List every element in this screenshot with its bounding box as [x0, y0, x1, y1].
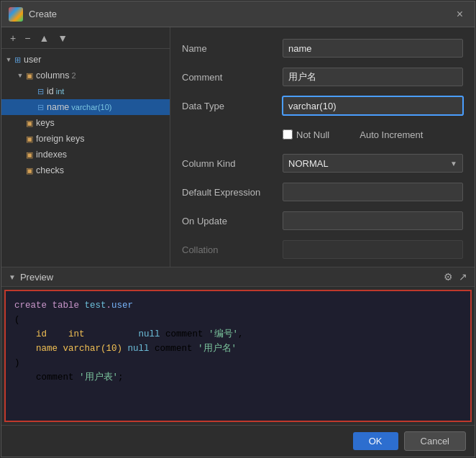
tree-label-id: id [47, 86, 54, 96]
code-line-6: ) [14, 356, 462, 370]
name-input[interactable] [283, 39, 463, 58]
tree-arrow-user: ▼ [4, 56, 13, 63]
defaultexpr-row: Default Expression [182, 183, 463, 201]
defaultexpr-input[interactable] [283, 183, 463, 201]
preview-panel: ▼ Preview ⚙ ↗ create table test.user ( i… [1, 267, 475, 425]
app-icon [9, 7, 23, 22]
collation-row: Collation [182, 240, 463, 259]
tree-label-checks: checks [36, 165, 64, 175]
column-id-icon: ⊟ [37, 87, 44, 96]
tree-toolbar: + − ▲ ▼ [1, 27, 170, 49]
columnkind-select-wrapper: NORMAL STORED VIRTUAL ▼ [283, 154, 463, 173]
collation-label: Collation [182, 244, 283, 255]
preview-header: ▼ Preview ⚙ ↗ [1, 267, 475, 287]
preview-collapse-arrow[interactable]: ▼ [9, 273, 16, 281]
tree-label-name: name [47, 102, 69, 112]
code-line-4: id int null comment '编号', [14, 327, 462, 342]
tree-item-id[interactable]: ⊟ id int [1, 83, 170, 99]
move-up-button[interactable]: ▲ [36, 32, 52, 45]
add-button[interactable]: + [7, 32, 19, 45]
tree-label-foreign-keys: foreign keys [36, 134, 84, 144]
preview-icons: ⚙ ↗ [444, 271, 467, 283]
checkbox-row: Not Null Auto Increment [283, 129, 463, 140]
code-preview: create table test.user ( id int null com… [4, 290, 472, 422]
columns-badge: 2 [72, 71, 76, 80]
ok-button[interactable]: OK [353, 432, 398, 450]
tree-item-foreign-keys[interactable]: ▣ foreign keys [1, 131, 170, 147]
datatype-input[interactable] [283, 96, 463, 115]
folder-foreign-icon: ▣ [26, 134, 33, 144]
tree-label-keys: keys [36, 118, 55, 128]
columnkind-label: Column Kind [182, 158, 283, 169]
right-panel: Name Comment Data Type Not Null [170, 27, 475, 267]
name-row: Name [182, 39, 463, 58]
tree-item-checks[interactable]: ▣ checks [1, 162, 170, 178]
folder-checks-icon: ▣ [26, 166, 33, 175]
main-content: + − ▲ ▼ ▼ ⊞ user ▼ ▣ columns 2 [1, 27, 475, 267]
tree-item-name[interactable]: ⊟ name varchar(10) [1, 99, 170, 115]
notnull-checkbox[interactable] [283, 129, 293, 139]
code-line-1: create table test.user [14, 298, 462, 313]
remove-button[interactable]: − [22, 32, 33, 45]
tree-arrow-columns: ▼ [16, 72, 24, 79]
tree-label-columns: columns [36, 70, 70, 81]
columnkind-select[interactable]: NORMAL STORED VIRTUAL [283, 154, 463, 173]
folder-indexes-icon: ▣ [26, 150, 33, 160]
code-line-8: comment '用户表'; [14, 370, 462, 385]
preview-title: Preview [20, 272, 439, 283]
create-dialog: Create × + − ▲ ▼ ▼ ⊞ user ▼ [1, 1, 475, 457]
tree-type-name: varchar(10) [71, 103, 111, 111]
columnkind-row: Column Kind NORMAL STORED VIRTUAL ▼ [182, 154, 463, 173]
autoincrement-label: Auto Increment [360, 129, 423, 140]
column-name-icon: ⊟ [37, 103, 44, 112]
tree-item-keys[interactable]: ▣ keys [1, 115, 170, 131]
folder-columns-icon: ▣ [26, 71, 33, 81]
cancel-button[interactable]: Cancel [404, 431, 466, 451]
dialog-footer: OK Cancel [1, 425, 475, 457]
tree-label-indexes: indexes [36, 150, 67, 160]
schema-tree: ▼ ⊞ user ▼ ▣ columns 2 ⊟ id int [1, 49, 170, 267]
comment-row: Comment [182, 68, 463, 86]
defaultexpr-label: Default Expression [182, 187, 283, 198]
comment-label: Comment [182, 72, 283, 83]
code-line-5: name varchar(10) null comment '用户名' [14, 342, 462, 356]
comment-input[interactable] [283, 68, 463, 86]
tree-item-indexes[interactable]: ▣ indexes [1, 147, 170, 162]
dialog-title: Create [29, 9, 452, 19]
tree-item-columns[interactable]: ▼ ▣ columns 2 [1, 68, 170, 83]
notnull-label[interactable]: Not Null [283, 129, 329, 140]
datatype-label: Data Type [182, 101, 283, 111]
table-icon: ⊞ [14, 55, 21, 65]
onupdate-row: On Update [182, 211, 463, 230]
tree-label-user: user [24, 55, 41, 65]
datatype-row: Data Type [182, 96, 463, 115]
left-panel: + − ▲ ▼ ▼ ⊞ user ▼ ▣ columns 2 [1, 27, 170, 267]
onupdate-input[interactable] [283, 211, 463, 230]
onupdate-label: On Update [182, 216, 283, 226]
tree-type-id: int [56, 87, 65, 96]
move-down-button[interactable]: ▼ [55, 32, 70, 45]
titlebar: Create × [1, 1, 475, 27]
preview-export-icon[interactable]: ↗ [459, 271, 467, 283]
tree-item-user[interactable]: ▼ ⊞ user [1, 52, 170, 68]
collation-input[interactable] [283, 240, 463, 259]
name-label: Name [182, 43, 283, 54]
close-button[interactable]: × [452, 6, 467, 22]
code-line-2: ( [14, 313, 462, 327]
folder-keys-icon: ▣ [26, 119, 33, 128]
notnull-row: Not Null Auto Increment [182, 125, 463, 144]
preview-gear-icon[interactable]: ⚙ [444, 271, 453, 283]
